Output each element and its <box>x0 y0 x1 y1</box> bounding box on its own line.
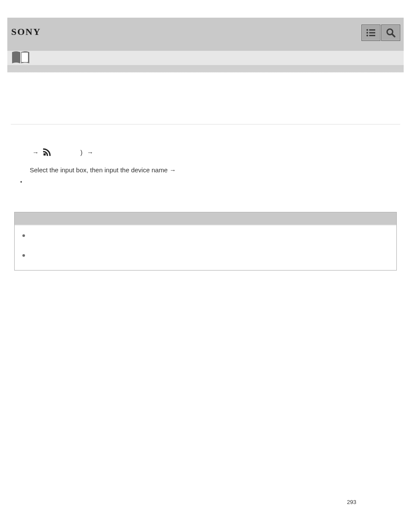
menu-path: → ) → <box>30 148 400 156</box>
step-instruction: Select the input box, then input the dev… <box>30 166 400 174</box>
svg-rect-8 <box>22 53 28 62</box>
svg-rect-1 <box>369 29 375 31</box>
svg-rect-9 <box>44 153 46 156</box>
svg-point-0 <box>367 29 368 31</box>
subheader-gradient <box>7 65 404 72</box>
header-actions <box>361 25 400 41</box>
main-content: → ) → Select the input box, then input t… <box>7 72 404 271</box>
arrow-icon: → <box>32 149 39 156</box>
menu-button[interactable] <box>361 25 380 41</box>
list-item <box>20 178 400 185</box>
header-bar: SONY <box>7 18 404 51</box>
svg-rect-5 <box>369 35 375 36</box>
list-item <box>22 232 389 239</box>
subheader-bar <box>7 51 404 65</box>
step-sub-list <box>20 178 400 185</box>
svg-rect-3 <box>369 32 375 34</box>
note-title-bar <box>15 212 396 225</box>
search-icon <box>386 28 395 37</box>
note-list <box>22 232 389 259</box>
book-icon <box>11 50 31 65</box>
note-box <box>14 212 397 271</box>
svg-point-2 <box>367 32 368 34</box>
list-icon <box>366 29 376 37</box>
brand-text: SONY <box>11 26 41 37</box>
arrow-icon: → <box>87 149 93 156</box>
search-button[interactable] <box>381 25 400 41</box>
page-number: 293 <box>7 271 404 514</box>
section-divider <box>11 124 400 124</box>
svg-line-7 <box>392 34 395 37</box>
svg-point-4 <box>367 35 368 37</box>
list-item <box>22 252 389 259</box>
network-icon <box>43 148 51 156</box>
paren-close: ) <box>81 149 83 156</box>
note-body <box>15 225 396 270</box>
